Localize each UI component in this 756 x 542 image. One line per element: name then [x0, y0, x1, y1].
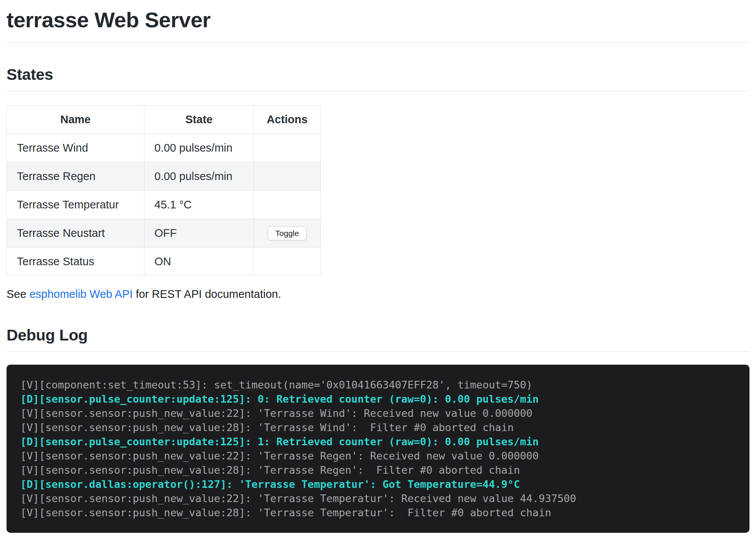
- table-row: Terrasse Neustart OFF Toggle: [7, 219, 321, 248]
- api-note-prefix: See: [7, 288, 30, 300]
- entity-state-cell: OFF: [144, 219, 254, 248]
- entity-name-cell: Terrasse Status: [7, 248, 144, 276]
- bottom-spacer: [7, 533, 749, 540]
- debug-log-heading: Debug Log: [7, 326, 749, 344]
- log-line: [D][sensor.pulse_counter:update:125]: 1:…: [20, 435, 740, 449]
- log-line: [V][sensor.sensor:push_new_value:22]: 'T…: [20, 491, 740, 506]
- actions-cell: [254, 134, 321, 162]
- states-heading: States: [7, 65, 749, 84]
- page-title: terrasse Web Server: [7, 8, 749, 32]
- actions-cell: Toggle: [254, 219, 321, 248]
- log-line: [V][sensor.sensor:push_new_value:22]: 'T…: [20, 449, 740, 463]
- toggle-button[interactable]: Toggle: [268, 226, 307, 240]
- entity-name-cell: Terrasse Regen: [7, 162, 144, 191]
- log-line: [V][sensor.sensor:push_new_value:22]: 'T…: [20, 406, 740, 420]
- states-divider: [7, 91, 749, 91]
- api-note-suffix: for REST API documentation.: [133, 288, 281, 300]
- entity-name-cell: Terrasse Wind: [7, 134, 144, 162]
- log-line: [D][sensor.pulse_counter:update:125]: 0:…: [20, 392, 740, 406]
- title-divider: [7, 42, 749, 43]
- entity-name-cell: Terrasse Neustart: [7, 219, 144, 248]
- entity-name-cell: Terrasse Temperatur: [7, 191, 144, 219]
- table-row: Terrasse Temperatur 45.1 °C: [7, 191, 321, 219]
- table-row: Terrasse Status ON: [7, 248, 321, 276]
- entity-state-cell: 0.00 pulses/min: [144, 162, 254, 191]
- debug-log-panel: [V][component:set_timeout:53]: set_timeo…: [7, 365, 749, 533]
- page: terrasse Web Server States Name State Ac…: [0, 8, 756, 540]
- column-header-state: State: [144, 106, 254, 134]
- states-table-header-row: Name State Actions: [7, 106, 321, 134]
- column-header-name: Name: [7, 106, 144, 134]
- table-row: Terrasse Wind 0.00 pulses/min: [7, 134, 321, 162]
- states-table: Name State Actions Terrasse Wind 0.00 pu…: [7, 105, 321, 276]
- entity-state-cell: 45.1 °C: [144, 191, 254, 219]
- actions-cell: [254, 162, 321, 191]
- log-line: [D][sensor.dallas:operator():127]: 'Terr…: [20, 477, 740, 491]
- log-line: [V][sensor.sensor:push_new_value:28]: 'T…: [20, 506, 740, 520]
- actions-cell: [254, 191, 321, 219]
- actions-cell: [254, 248, 321, 276]
- log-line: [V][sensor.sensor:push_new_value:28]: 'T…: [20, 463, 740, 477]
- api-note: See esphomelib Web API for REST API docu…: [7, 288, 749, 301]
- column-header-actions: Actions: [254, 106, 321, 134]
- esphomelib-web-api-link[interactable]: esphomelib Web API: [30, 288, 133, 300]
- entity-state-cell: ON: [144, 248, 254, 276]
- entity-state-cell: 0.00 pulses/min: [144, 134, 254, 162]
- debug-log-divider: [7, 351, 749, 352]
- log-line: [V][component:set_timeout:53]: set_timeo…: [20, 378, 740, 392]
- log-line: [V][sensor.sensor:push_new_value:28]: 'T…: [20, 420, 740, 435]
- table-row: Terrasse Regen 0.00 pulses/min: [7, 162, 321, 191]
